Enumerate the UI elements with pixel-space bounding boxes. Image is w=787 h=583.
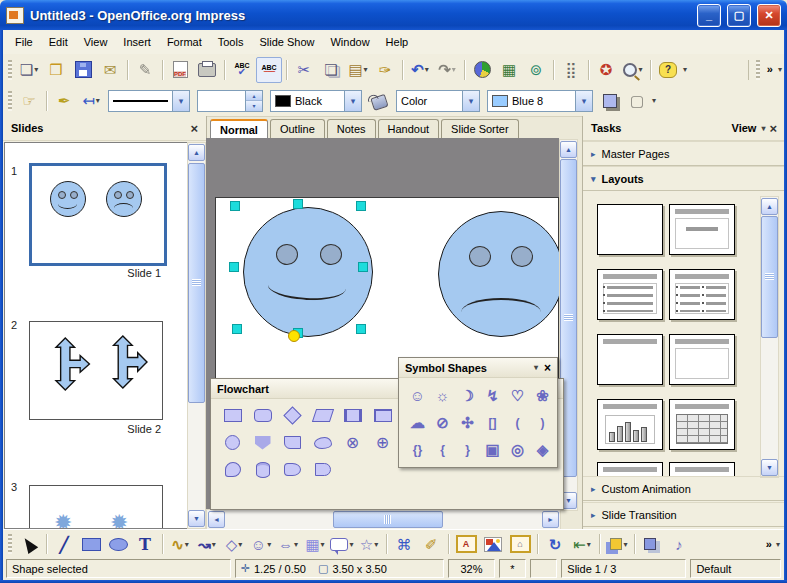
open-button[interactable]: ❒ (43, 57, 69, 83)
scroll-down-arrow[interactable]: ▼ (761, 459, 778, 476)
position-size-field[interactable]: ✛ 1.25 / 0.50 ▢ 3.50 x 3.50 (235, 559, 444, 578)
section-slide-transition[interactable]: ▸ Slide Transition (583, 502, 785, 527)
fill-color-select[interactable]: Blue 8 ▾ (487, 90, 593, 112)
flowchart-connector-icon[interactable] (219, 429, 246, 456)
flowchart-off-page-connector-icon[interactable] (249, 429, 276, 456)
fill-style-dropdown-arrow[interactable]: ▾ (462, 91, 479, 111)
email-button[interactable]: ✉ (97, 57, 123, 83)
tab-outline[interactable]: Outline (270, 119, 325, 138)
line-tool[interactable]: ╱ (51, 531, 77, 557)
line-width-down[interactable]: ▾ (246, 100, 262, 111)
symbol-shapes-close-icon[interactable]: × (544, 361, 551, 375)
smiley-shape-frown[interactable] (438, 211, 559, 337)
navigator-button[interactable]: ✪ (593, 57, 619, 83)
menu-view[interactable]: View (76, 32, 116, 52)
paste-button[interactable]: ▤▾ (345, 57, 371, 83)
maximize-button[interactable]: ▢ (727, 4, 751, 27)
flowchart-alternate-process-icon[interactable] (249, 402, 276, 429)
puzzle-icon[interactable]: ✣ (461, 414, 474, 432)
new-document-button[interactable]: ❏▾ (16, 57, 42, 83)
toolbar-options[interactable]: ▾ (776, 540, 780, 549)
line-color-select[interactable]: Black ▾ (270, 90, 362, 112)
square-bevel-icon[interactable]: ▣ (485, 441, 499, 459)
layout-title-only[interactable] (597, 334, 663, 385)
insert-chart-button[interactable] (469, 57, 495, 83)
selection-handle-ne[interactable] (356, 201, 366, 211)
scrollbar-thumb[interactable] (333, 511, 443, 528)
insert-table-button[interactable]: ▦ (496, 57, 522, 83)
arrow-style-button[interactable]: ↤▾ (78, 88, 104, 114)
zoom-button[interactable]: ▾ (620, 57, 646, 83)
selection-handle-nw[interactable] (230, 201, 240, 211)
minimize-button[interactable]: _ (697, 4, 721, 27)
symbol-shapes-tool[interactable]: ☺▾ (248, 531, 274, 557)
layout-title-slide[interactable] (669, 204, 735, 255)
menu-tools[interactable]: Tools (210, 32, 252, 52)
flowchart-or-icon[interactable]: ⊕ (369, 429, 396, 456)
flower-icon[interactable]: ❀ (536, 387, 549, 405)
lightning-icon[interactable]: ↯ (486, 387, 499, 405)
spellcheck-button[interactable]: ABC✔ (229, 57, 255, 83)
save-button[interactable] (70, 57, 96, 83)
symbol-shapes-titlebar[interactable]: Symbol Shapes ▾ × (399, 358, 557, 378)
redo-button[interactable]: ↷▾ (434, 57, 460, 83)
flowchart-delay-icon[interactable] (309, 456, 336, 483)
rotate-button[interactable]: ↻ (542, 531, 568, 557)
presentation-toolbar-overflow[interactable]: » (767, 64, 773, 75)
close-button[interactable]: ✕ (757, 4, 781, 27)
print-button[interactable] (194, 57, 220, 83)
tab-notes[interactable]: Notes (327, 119, 376, 138)
layout-partial[interactable] (669, 462, 735, 476)
flowchart-predefined-process-icon[interactable] (339, 402, 366, 429)
edit-file-button[interactable]: ✎ (132, 57, 158, 83)
menu-help[interactable]: Help (378, 32, 417, 52)
flowchart-process-icon[interactable] (219, 402, 246, 429)
line-style-select[interactable]: ▾ (108, 90, 190, 112)
double-brace-icon[interactable]: {} (413, 443, 422, 457)
flowchart-punched-tape-icon[interactable] (309, 429, 336, 456)
toolbar-grip[interactable] (8, 60, 12, 80)
diamond-bevel-icon[interactable]: ◈ (537, 441, 549, 459)
autospellcheck-button[interactable]: ABC~~~ (256, 57, 282, 83)
cloud-icon[interactable]: ☁ (410, 414, 425, 432)
flowchart-tool[interactable]: ▦▾ (302, 531, 328, 557)
toolbar-grip[interactable] (8, 534, 12, 554)
presentation-toolbar-options[interactable]: ▾ (778, 65, 782, 74)
layouts-scrollbar[interactable]: ▲ ▼ (760, 196, 779, 478)
cut-button[interactable]: ✂ (291, 57, 317, 83)
title-bar[interactable]: Untitled3 - OpenOffice.org Impress _ ▢ ✕ (0, 0, 787, 30)
heart-icon[interactable]: ♡ (511, 387, 524, 405)
canvas-horizontal-scrollbar[interactable]: ◄ ► (206, 509, 561, 530)
glue-points-button[interactable]: ✐ (418, 531, 444, 557)
left-brace-icon[interactable]: { (440, 443, 445, 457)
tasks-view-menu[interactable]: View (732, 122, 757, 134)
adjustment-handle[interactable] (288, 330, 300, 342)
crop-button[interactable]: ▢ (624, 88, 650, 114)
fill-style-select[interactable]: Color ▾ (396, 90, 480, 112)
slide-2-thumbnail[interactable] (29, 321, 163, 420)
line-style-dropdown-arrow[interactable]: ▾ (172, 91, 189, 111)
line-width-spinner[interactable]: ▴▾ (197, 90, 263, 112)
tasks-panel-close-icon[interactable]: × (769, 121, 777, 136)
tab-slide-sorter[interactable]: Slide Sorter (441, 119, 518, 138)
double-bracket-icon[interactable]: [] (489, 416, 497, 430)
octagon-bevel-icon[interactable]: ◎ (511, 441, 524, 459)
edit-points-mode-button[interactable]: ☞ (16, 88, 42, 114)
undo-button[interactable]: ↶▾ (407, 57, 433, 83)
selection-handle-e[interactable] (358, 262, 368, 272)
toolbar-grip[interactable] (8, 91, 12, 111)
smiley-shape-selected[interactable] (243, 207, 373, 337)
shadow-button[interactable] (597, 88, 623, 114)
scrollbar-thumb[interactable] (761, 216, 778, 338)
flowchart-data-icon[interactable] (309, 402, 336, 429)
callouts-tool[interactable]: ▾ (329, 531, 355, 557)
section-layouts[interactable]: ▾ Layouts (583, 166, 785, 191)
hyperlink-button[interactable]: ⊚ (523, 57, 549, 83)
left-bracket-icon[interactable]: ( (516, 416, 520, 430)
export-pdf-button[interactable]: PDF (167, 57, 193, 83)
display-grid-button[interactable]: ⣿ (558, 57, 584, 83)
scroll-left-arrow[interactable]: ◄ (208, 511, 225, 528)
tasks-view-dropdown-icon[interactable]: ▾ (761, 124, 765, 133)
moon-icon[interactable]: ☽ (461, 387, 474, 405)
zoom-field[interactable]: 32% (448, 559, 495, 578)
